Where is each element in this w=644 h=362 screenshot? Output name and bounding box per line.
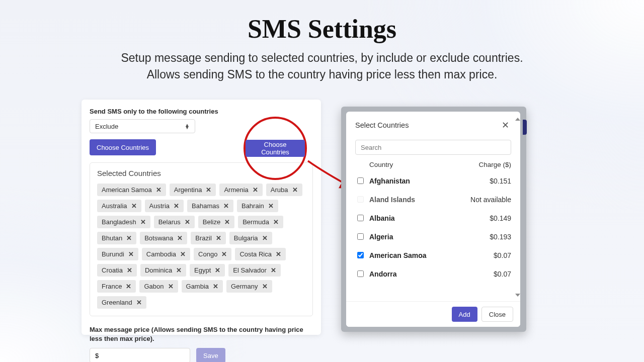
country-charge: Not available: [465, 196, 511, 204]
remove-chip-icon[interactable]: ✕: [131, 202, 137, 210]
country-row: Angola$0.105: [355, 283, 511, 287]
country-checkbox: [357, 196, 364, 203]
remove-chip-icon[interactable]: ✕: [156, 186, 162, 194]
remove-chip-icon[interactable]: ✕: [292, 186, 298, 194]
modal-accent: [523, 120, 527, 135]
country-chip: Belarus✕: [154, 216, 195, 228]
remove-chip-icon[interactable]: ✕: [206, 186, 211, 194]
country-name: Afghanistan: [369, 177, 465, 185]
country-row: Andorra$0.07: [355, 264, 511, 283]
remove-chip-icon[interactable]: ✕: [268, 202, 274, 210]
country-checkbox[interactable]: [357, 270, 364, 277]
remove-chip-icon[interactable]: ✕: [140, 218, 146, 226]
country-chip-label: Austria: [149, 202, 170, 210]
modal-title: Select Countries: [355, 121, 409, 129]
remove-chip-icon[interactable]: ✕: [221, 250, 227, 258]
country-chip: Brazil✕: [191, 232, 226, 244]
country-chip-label: Botswana: [144, 234, 173, 242]
country-row: Albania$0.149: [355, 209, 511, 227]
sms-settings-card: Send SMS only to the following countries…: [82, 100, 321, 335]
selected-countries-panel: Selected Countries American Samoa✕Argent…: [90, 162, 313, 316]
country-chip: Greenland✕: [97, 296, 146, 309]
country-chip-label: Egypt: [194, 266, 211, 274]
page-subtitle-line-2: Allows sending SMS to the country having…: [147, 68, 498, 81]
select-countries-modal: Select Countries ✕ Country Charge ($) Af…: [346, 112, 520, 327]
remove-chip-icon[interactable]: ✕: [215, 266, 220, 274]
page-subtitle-line-1: Setup message sending to selected countr…: [121, 51, 523, 64]
remove-chip-icon[interactable]: ✕: [126, 283, 131, 290]
remove-chip-icon[interactable]: ✕: [273, 218, 279, 226]
remove-chip-icon[interactable]: ✕: [271, 266, 276, 274]
save-button[interactable]: Save: [196, 348, 225, 362]
country-checkbox[interactable]: [357, 177, 364, 184]
country-chip-label: Australia: [102, 202, 127, 210]
country-chip: American Samoa✕: [97, 184, 166, 196]
remove-chip-icon[interactable]: ✕: [136, 299, 142, 306]
country-chip: Bangladesh✕: [97, 216, 150, 228]
country-row: Afghanistan$0.151: [355, 171, 511, 190]
remove-chip-icon[interactable]: ✕: [213, 283, 218, 290]
country-charge: $0.07: [465, 270, 511, 278]
add-button[interactable]: Add: [452, 307, 477, 322]
country-chip: Germany✕: [226, 280, 272, 293]
country-chip-label: Burundi: [102, 250, 124, 258]
country-name: Albania: [369, 214, 465, 222]
country-chip: Austria✕: [145, 200, 184, 212]
close-button[interactable]: Close: [481, 307, 513, 322]
column-header-charge: Charge ($): [478, 161, 511, 168]
country-checkbox[interactable]: [357, 215, 364, 221]
country-chip: Bermuda✕: [238, 216, 283, 228]
remove-chip-icon[interactable]: ✕: [253, 186, 258, 194]
select-countries-modal-backdrop: Select Countries ✕ Country Charge ($) Af…: [341, 107, 526, 332]
close-icon[interactable]: ✕: [500, 119, 511, 132]
country-chip-label: Dominica: [145, 266, 172, 274]
max-price-label: Max message price (Allows sending SMS to…: [90, 325, 313, 343]
country-chip-label: Brazil: [195, 234, 212, 242]
country-name: Andorra: [369, 270, 465, 278]
country-chip-label: Gabon: [144, 283, 164, 290]
country-chip-label: El Salvador: [233, 266, 266, 274]
search-input[interactable]: [355, 140, 511, 155]
country-chip-label: Greenland: [102, 299, 132, 306]
country-chip-label: Belarus: [158, 218, 181, 226]
remove-chip-icon[interactable]: ✕: [126, 234, 132, 242]
column-header-country: Country: [369, 161, 393, 168]
remove-chip-icon[interactable]: ✕: [262, 283, 268, 290]
remove-chip-icon[interactable]: ✕: [185, 218, 190, 226]
country-chip-label: Germany: [231, 283, 258, 290]
remove-chip-icon[interactable]: ✕: [216, 234, 221, 242]
remove-chip-icon[interactable]: ✕: [224, 218, 230, 226]
country-chip-label: American Samoa: [102, 186, 152, 194]
choose-countries-button[interactable]: Choose Countries: [90, 139, 156, 155]
country-checkbox[interactable]: [357, 233, 364, 240]
remove-chip-icon[interactable]: ✕: [262, 234, 268, 242]
country-chip: Gabon✕: [139, 280, 178, 293]
country-chip: Bahamas✕: [187, 200, 233, 212]
country-chip-label: Bahamas: [192, 202, 219, 210]
remove-chip-icon[interactable]: ✕: [128, 250, 134, 258]
country-chip-label: Bangladesh: [102, 218, 136, 226]
country-chip: Dominica✕: [140, 264, 186, 277]
choose-countries-highlight-button[interactable]: Choose Countries: [246, 140, 305, 157]
remove-chip-icon[interactable]: ✕: [168, 283, 174, 290]
country-chip: Cambodia✕: [142, 248, 190, 260]
country-chip: Bulgaria✕: [229, 232, 272, 244]
country-chip-label: Croatia: [102, 266, 123, 274]
country-checkbox[interactable]: [357, 252, 364, 258]
country-name: American Samoa: [369, 251, 465, 259]
remove-chip-icon[interactable]: ✕: [177, 234, 183, 242]
remove-chip-icon[interactable]: ✕: [127, 266, 132, 274]
country-name: Aland Islands: [369, 196, 465, 204]
max-price-input[interactable]: [90, 348, 190, 362]
country-charge: $0.151: [465, 177, 511, 185]
country-charge: $0.07: [465, 251, 511, 259]
remove-chip-icon[interactable]: ✕: [223, 202, 229, 210]
remove-chip-icon[interactable]: ✕: [276, 250, 281, 258]
country-row: Algeria$0.193: [355, 227, 511, 246]
remove-chip-icon[interactable]: ✕: [174, 202, 179, 210]
remove-chip-icon[interactable]: ✕: [176, 266, 182, 274]
country-chip: Belize✕: [198, 216, 234, 228]
remove-chip-icon[interactable]: ✕: [180, 250, 186, 258]
country-chip: Argentina✕: [170, 184, 216, 196]
mode-select[interactable]: Exclude ▲▼: [90, 119, 195, 133]
